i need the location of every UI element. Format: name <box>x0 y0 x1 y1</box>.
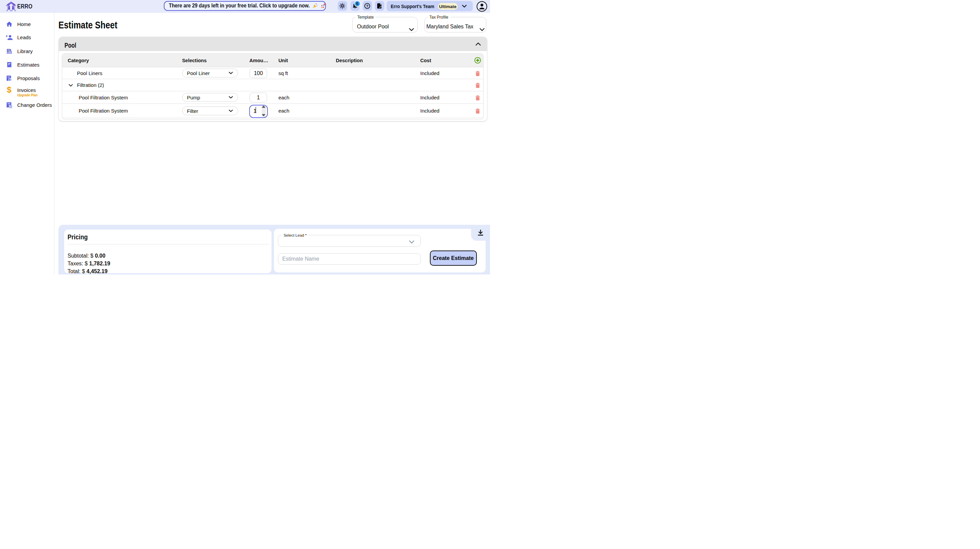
svg-text:6: 6 <box>356 2 358 6</box>
svg-text:?: ? <box>366 4 368 8</box>
